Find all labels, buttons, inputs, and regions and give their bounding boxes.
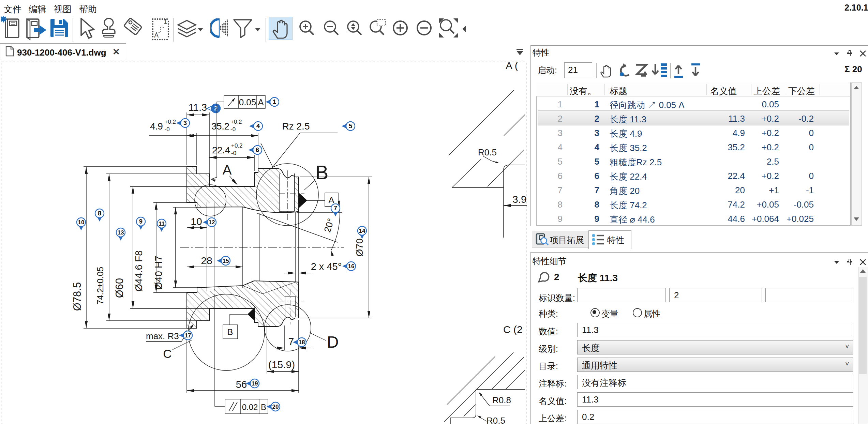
svg-text:5: 5	[349, 123, 352, 130]
svg-text:Ø60: Ø60	[114, 278, 125, 298]
svg-text:11: 11	[159, 221, 165, 227]
svg-text:0.05: 0.05	[239, 97, 256, 107]
svg-text:56: 56	[236, 379, 247, 390]
svg-text:R0.8: R0.8	[492, 395, 511, 405]
svg-text:-0: -0	[231, 150, 236, 156]
svg-text:18: 18	[299, 339, 305, 346]
svg-text:A: A	[258, 97, 264, 107]
svg-text:19: 19	[252, 380, 258, 387]
svg-text:A (: A (	[506, 60, 518, 71]
svg-text:D: D	[327, 333, 339, 351]
svg-text:A: A	[223, 162, 232, 177]
svg-text:R0.5: R0.5	[487, 415, 505, 424]
svg-text:max. R3: max. R3	[146, 331, 179, 341]
svg-text:+0.2: +0.2	[165, 119, 176, 125]
svg-text:7: 7	[288, 336, 294, 347]
svg-text:9: 9	[139, 218, 143, 225]
svg-text:(15.9): (15.9)	[268, 359, 295, 370]
svg-text:Ø44.6 F8: Ø44.6 F8	[133, 251, 144, 292]
svg-text:35.2: 35.2	[211, 121, 229, 132]
svg-text:Ø40 H7: Ø40 H7	[153, 256, 164, 290]
svg-text:A: A	[328, 195, 334, 205]
svg-text:74.2±0.05: 74.2±0.05	[95, 267, 105, 304]
svg-text:8: 8	[98, 210, 101, 217]
svg-text:20°: 20°	[322, 217, 336, 233]
svg-text:16: 16	[348, 263, 355, 270]
svg-text:6: 6	[256, 147, 259, 153]
svg-text:10: 10	[191, 216, 202, 227]
svg-text:Ø70: Ø70	[354, 239, 365, 257]
svg-text:+0.2: +0.2	[230, 119, 242, 125]
svg-text:14: 14	[359, 228, 365, 234]
svg-text:4: 4	[256, 123, 260, 130]
svg-text:2 x 45°: 2 x 45°	[311, 261, 342, 272]
svg-text:0.02: 0.02	[242, 403, 258, 412]
svg-text:-0: -0	[165, 126, 170, 133]
svg-text:12: 12	[209, 219, 215, 226]
svg-text:-0: -0	[230, 126, 236, 133]
svg-text:17: 17	[185, 332, 191, 339]
svg-text:7: 7	[334, 205, 337, 212]
svg-text:20: 20	[272, 404, 279, 410]
svg-text:B: B	[261, 403, 266, 412]
svg-text:11.3: 11.3	[189, 102, 207, 113]
svg-text:4.9: 4.9	[150, 121, 163, 132]
svg-text:C (2: C (2	[503, 324, 523, 335]
svg-text:22.4: 22.4	[212, 145, 230, 155]
svg-text:15: 15	[223, 258, 229, 264]
svg-text:Ø78.5: Ø78.5	[71, 282, 83, 311]
svg-text:B: B	[227, 327, 233, 337]
svg-text:13: 13	[118, 229, 124, 236]
svg-text:3.9: 3.9	[512, 194, 527, 205]
svg-text:+0.2: +0.2	[231, 142, 243, 149]
svg-text:B: B	[315, 161, 329, 183]
svg-text:R0.5: R0.5	[478, 147, 497, 157]
svg-text:1: 1	[273, 99, 276, 105]
svg-text:28: 28	[201, 255, 212, 266]
svg-text:3: 3	[183, 120, 187, 126]
svg-text:C: C	[163, 347, 171, 360]
svg-text:10: 10	[78, 219, 85, 226]
svg-text:Rz 2.5: Rz 2.5	[282, 121, 310, 132]
